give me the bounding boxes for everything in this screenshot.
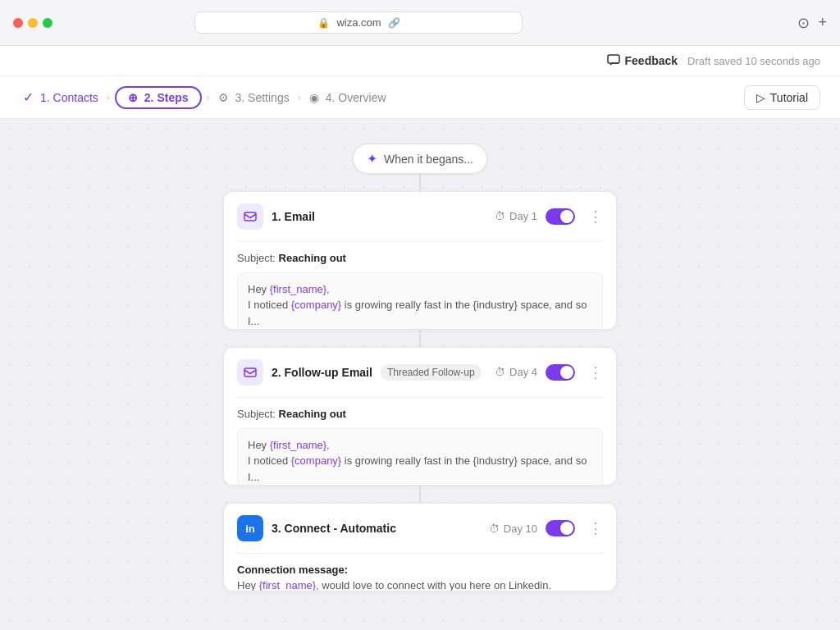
chevron-icon-1: ›	[107, 92, 110, 103]
eye-icon: ◉	[309, 91, 319, 104]
nav-step-steps[interactable]: ⊕ 2. Steps	[115, 86, 202, 109]
chevron-icon-2: ›	[207, 92, 210, 103]
step-card-2: 2. Follow-up Email Threaded Follow-up ⏱ …	[223, 347, 617, 486]
browser-chrome: 🔒 wiza.com 🔗 ⊙ +	[0, 0, 840, 46]
more-menu-icon-1[interactable]: ⋮	[588, 208, 603, 226]
connector-1	[419, 330, 421, 347]
connector-0	[419, 174, 421, 191]
chevron-icon-3: ›	[298, 92, 301, 103]
email-type-icon-1	[237, 203, 263, 230]
more-menu-icon-3[interactable]: ⋮	[588, 519, 603, 537]
connector-2	[419, 486, 421, 503]
play-icon: ▷	[756, 91, 765, 104]
step-toggle-1[interactable]	[546, 208, 575, 225]
trigger-badge[interactable]: ✦ When it begans...	[353, 144, 487, 174]
lock-icon: 🔒	[317, 17, 330, 29]
app-bar: Feedback Draft saved 10 seconds ago	[0, 46, 840, 76]
nav-step-settings[interactable]: ⚙ 3. Settings	[215, 91, 293, 104]
nav-step-contacts[interactable]: ✓ 1. Contacts	[20, 89, 102, 105]
step-day-3: ⏱ Day 10	[489, 523, 537, 535]
card-body-1: ⠿ Subject: Reaching out Hey {first_name}…	[224, 242, 616, 331]
feedback-button[interactable]: Feedback	[607, 54, 678, 67]
clock-icon-1: ⏱	[495, 210, 505, 222]
svg-rect-1	[244, 212, 256, 221]
card-subject-2: Subject: Reaching out	[237, 408, 603, 420]
step-day-2: ⏱ Day 4	[495, 366, 537, 378]
card-subject-1: Subject: Reaching out	[237, 252, 603, 264]
step-card-header-2: 2. Follow-up Email Threaded Follow-up ⏱ …	[224, 348, 616, 397]
step-title-3: 3. Connect - Automatic	[272, 522, 396, 535]
step-toggle-2[interactable]	[546, 364, 575, 381]
feedback-icon	[607, 54, 620, 67]
step-card-header-1: 1. Email ⏱ Day 1 ⋮	[224, 192, 616, 241]
clock-icon-2: ⏱	[495, 366, 505, 378]
step-card-3: in 3. Connect - Automatic ⏱ Day 10 ⋮ ⠿ C…	[223, 503, 617, 591]
link-icon: 🔗	[388, 17, 400, 29]
connection-message: Connection message: Hey {first_name}, wo…	[237, 564, 603, 591]
more-menu-icon-2[interactable]: ⋮	[588, 363, 603, 381]
preview-line1-1: Hey {first_name},	[248, 281, 592, 298]
clock-icon-3: ⏱	[489, 523, 500, 535]
email-type-icon-2	[237, 359, 263, 386]
card-body-2: ⠿ Subject: Reaching out Hey {first_name}…	[224, 398, 616, 486]
svg-rect-2	[244, 368, 256, 377]
history-icon[interactable]: ⊙	[797, 14, 810, 32]
url-bar[interactable]: 🔒 wiza.com 🔗	[194, 11, 523, 34]
step-title-2: 2. Follow-up Email	[272, 366, 372, 379]
step-toggle-3[interactable]	[546, 520, 575, 536]
url-text: wiza.com	[336, 16, 381, 29]
preview-line2-2: I noticed {company} is growing really fa…	[248, 453, 592, 485]
step-card-header-3: in 3. Connect - Automatic ⏱ Day 10 ⋮	[224, 504, 616, 553]
card-preview-1[interactable]: Hey {first_name}, I noticed {company} is…	[237, 272, 603, 331]
step-day-1: ⏱ Day 1	[495, 210, 537, 222]
steps-nav: ✓ 1. Contacts › ⊕ 2. Steps › ⚙ 3. Settin…	[0, 76, 840, 119]
gear-icon: ⚙	[218, 91, 229, 104]
step-tag-2: Threaded Follow-up	[381, 364, 482, 381]
sparkle-icon: ✦	[367, 151, 377, 167]
preview-line1-2: Hey {first_name},	[248, 437, 592, 454]
step-title-1: 1. Email	[272, 210, 315, 223]
browser-actions: ⊙ +	[797, 14, 827, 32]
linkedin-type-icon: in	[237, 515, 263, 541]
step-card-1: 1. Email ⏱ Day 1 ⋮ ⠿ Subject: Reaching o…	[223, 191, 617, 331]
check-icon: ✓	[23, 89, 34, 105]
card-preview-2[interactable]: Hey {first_name}, I noticed {company} is…	[237, 428, 603, 486]
layers-icon: ⊕	[128, 91, 138, 104]
card-body-3: ⠿ Connection message: Hey {first_name}, …	[224, 554, 616, 591]
draft-status: Draft saved 10 seconds ago	[687, 55, 820, 67]
canvas: ✦ When it begans... 1. Email ⏱ Day 1 ⋮ ⠿	[0, 119, 840, 624]
new-tab-icon[interactable]: +	[818, 14, 827, 31]
nav-step-overview[interactable]: ◉ 4. Overview	[306, 91, 390, 104]
tutorial-button[interactable]: ▷ Tutorial	[744, 85, 820, 110]
preview-line2-1: I noticed {company} is growing really fa…	[248, 297, 592, 329]
svg-rect-0	[608, 55, 619, 63]
